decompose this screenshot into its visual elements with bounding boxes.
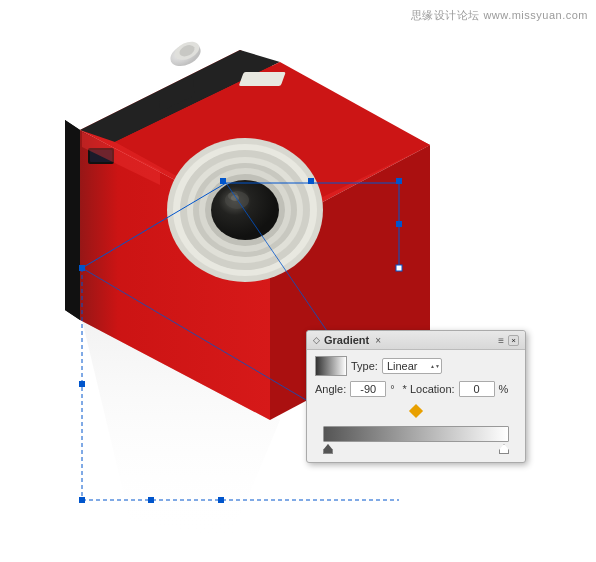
type-select[interactable]: Linear Radial xyxy=(382,358,442,374)
panel-title: Gradient xyxy=(324,334,369,346)
svg-marker-7 xyxy=(65,120,80,320)
svg-rect-41 xyxy=(308,178,314,184)
panel-body: Type: Linear Radial Angle: ° * Location:… xyxy=(307,350,525,408)
svg-marker-29 xyxy=(82,132,160,185)
svg-marker-10 xyxy=(115,62,430,225)
angle-input[interactable] xyxy=(350,381,386,397)
svg-rect-11 xyxy=(159,76,195,111)
angle-label: Angle: xyxy=(315,383,346,395)
svg-point-23 xyxy=(211,180,279,240)
panel-close-button[interactable]: × xyxy=(508,335,519,346)
angle-row: Angle: ° * Location: % xyxy=(315,381,517,397)
panel-title-left: ◇ Gradient × xyxy=(313,334,381,346)
degree-symbol: ° xyxy=(390,383,394,395)
svg-point-19 xyxy=(187,157,303,263)
svg-rect-28 xyxy=(90,150,112,162)
svg-point-15 xyxy=(178,43,197,59)
type-label: Type: xyxy=(351,360,378,372)
svg-point-18 xyxy=(180,150,310,270)
type-select-wrapper: Linear Radial xyxy=(382,358,442,374)
canvas-svg xyxy=(0,0,596,562)
svg-rect-40 xyxy=(218,497,224,503)
location-input[interactable] xyxy=(459,381,495,397)
svg-rect-37 xyxy=(396,265,402,271)
percent-symbol: % xyxy=(499,383,509,395)
gradient-icon: ◇ xyxy=(313,335,320,345)
svg-rect-42 xyxy=(396,221,402,227)
svg-point-17 xyxy=(173,144,317,276)
gradient-bar-container xyxy=(323,412,509,454)
svg-rect-35 xyxy=(220,178,226,184)
gradient-stops xyxy=(323,444,509,454)
svg-line-34 xyxy=(82,183,226,268)
watermark-text: 思缘设计论坛 www.missyuan.com xyxy=(411,9,588,21)
location-label: * Location: xyxy=(403,383,455,395)
svg-rect-39 xyxy=(79,497,85,503)
svg-rect-43 xyxy=(148,497,154,503)
svg-marker-2 xyxy=(80,130,270,420)
close-icon: × xyxy=(511,336,516,345)
svg-point-20 xyxy=(193,163,297,257)
panel-menu-button[interactable]: ≡ xyxy=(498,335,504,346)
svg-point-22 xyxy=(205,174,285,246)
svg-marker-3 xyxy=(80,130,270,420)
gradient-slider-area xyxy=(307,408,525,462)
stop-marker-right[interactable] xyxy=(499,444,509,454)
panel-titlebar: ◇ Gradient × ≡ × xyxy=(307,331,525,350)
svg-rect-44 xyxy=(79,381,85,387)
stop-marker-left[interactable] xyxy=(323,444,333,454)
panel-tab-close[interactable]: × xyxy=(375,335,381,346)
type-row: Type: Linear Radial xyxy=(315,356,517,376)
gradient-bar[interactable] xyxy=(323,426,509,442)
svg-point-13 xyxy=(167,39,204,71)
svg-rect-12 xyxy=(239,72,286,86)
svg-marker-6 xyxy=(65,120,80,320)
svg-point-24 xyxy=(225,191,249,209)
svg-line-45 xyxy=(82,268,340,420)
svg-marker-1 xyxy=(82,320,280,540)
svg-rect-27 xyxy=(88,148,114,164)
svg-marker-5 xyxy=(80,50,430,230)
svg-line-46 xyxy=(226,183,340,350)
gradient-panel: ◇ Gradient × ≡ × Type: Linear Radial A xyxy=(306,330,526,463)
canvas-area xyxy=(0,0,596,562)
svg-point-25 xyxy=(228,192,238,200)
gradient-preview[interactable] xyxy=(315,356,347,376)
svg-rect-38 xyxy=(79,265,85,271)
svg-point-16 xyxy=(167,138,323,282)
watermark: 思缘设计论坛 www.missyuan.com xyxy=(411,8,588,23)
svg-point-21 xyxy=(199,168,291,252)
svg-point-26 xyxy=(231,195,239,201)
svg-marker-9 xyxy=(80,50,280,142)
svg-point-14 xyxy=(172,38,202,63)
svg-marker-4 xyxy=(80,50,430,230)
svg-rect-36 xyxy=(396,178,402,184)
